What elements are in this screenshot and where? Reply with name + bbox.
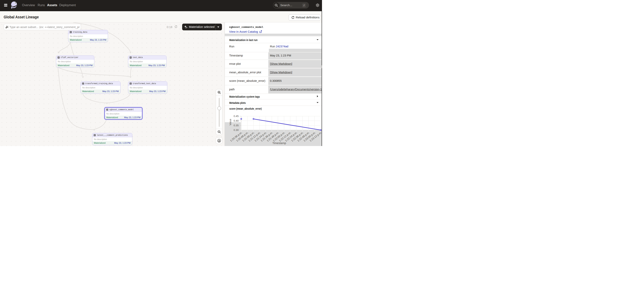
svg-text:Timestamp: Timestamp — [272, 142, 286, 145]
svg-text:0.30: 0.30 — [234, 129, 238, 132]
svg-text:Value: Value — [229, 119, 232, 126]
svg-text:0.45: 0.45 — [234, 115, 238, 118]
svg-text:0.40: 0.40 — [234, 119, 238, 122]
svg-text:0.35: 0.35 — [234, 124, 238, 127]
